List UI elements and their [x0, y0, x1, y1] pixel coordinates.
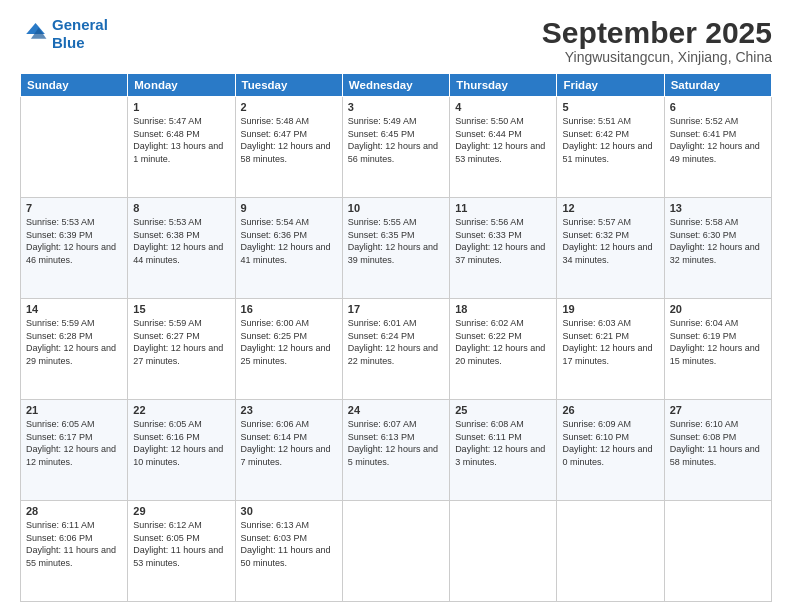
table-row: 9 Sunrise: 5:54 AMSunset: 6:36 PMDayligh… [235, 198, 342, 299]
col-sunday: Sunday [21, 74, 128, 97]
day-info: Sunrise: 6:01 AMSunset: 6:24 PMDaylight:… [348, 317, 444, 367]
table-row: 28 Sunrise: 6:11 AMSunset: 6:06 PMDaylig… [21, 501, 128, 602]
day-info: Sunrise: 5:53 AMSunset: 6:39 PMDaylight:… [26, 216, 122, 266]
day-number: 27 [670, 404, 766, 416]
day-info: Sunrise: 6:10 AMSunset: 6:08 PMDaylight:… [670, 418, 766, 468]
table-row: 19 Sunrise: 6:03 AMSunset: 6:21 PMDaylig… [557, 299, 664, 400]
day-info: Sunrise: 5:52 AMSunset: 6:41 PMDaylight:… [670, 115, 766, 165]
table-row: 26 Sunrise: 6:09 AMSunset: 6:10 PMDaylig… [557, 400, 664, 501]
table-row: 23 Sunrise: 6:06 AMSunset: 6:14 PMDaylig… [235, 400, 342, 501]
table-row: 13 Sunrise: 5:58 AMSunset: 6:30 PMDaylig… [664, 198, 771, 299]
table-row: 14 Sunrise: 5:59 AMSunset: 6:28 PMDaylig… [21, 299, 128, 400]
header: General Blue September 2025 Yingwusitang… [20, 16, 772, 65]
day-number: 14 [26, 303, 122, 315]
day-number: 1 [133, 101, 229, 113]
table-row: 22 Sunrise: 6:05 AMSunset: 6:16 PMDaylig… [128, 400, 235, 501]
table-row [450, 501, 557, 602]
day-info: Sunrise: 6:11 AMSunset: 6:06 PMDaylight:… [26, 519, 122, 569]
day-number: 12 [562, 202, 658, 214]
day-number: 10 [348, 202, 444, 214]
day-number: 3 [348, 101, 444, 113]
table-row: 27 Sunrise: 6:10 AMSunset: 6:08 PMDaylig… [664, 400, 771, 501]
day-number: 8 [133, 202, 229, 214]
table-row: 18 Sunrise: 6:02 AMSunset: 6:22 PMDaylig… [450, 299, 557, 400]
table-row: 15 Sunrise: 5:59 AMSunset: 6:27 PMDaylig… [128, 299, 235, 400]
day-info: Sunrise: 5:59 AMSunset: 6:28 PMDaylight:… [26, 317, 122, 367]
day-number: 29 [133, 505, 229, 517]
day-number: 11 [455, 202, 551, 214]
day-info: Sunrise: 5:56 AMSunset: 6:33 PMDaylight:… [455, 216, 551, 266]
col-wednesday: Wednesday [342, 74, 449, 97]
day-info: Sunrise: 6:02 AMSunset: 6:22 PMDaylight:… [455, 317, 551, 367]
col-thursday: Thursday [450, 74, 557, 97]
day-info: Sunrise: 6:09 AMSunset: 6:10 PMDaylight:… [562, 418, 658, 468]
day-number: 19 [562, 303, 658, 315]
table-row: 20 Sunrise: 6:04 AMSunset: 6:19 PMDaylig… [664, 299, 771, 400]
table-row: 8 Sunrise: 5:53 AMSunset: 6:38 PMDayligh… [128, 198, 235, 299]
col-saturday: Saturday [664, 74, 771, 97]
day-number: 30 [241, 505, 337, 517]
day-info: Sunrise: 5:58 AMSunset: 6:30 PMDaylight:… [670, 216, 766, 266]
table-row: 11 Sunrise: 5:56 AMSunset: 6:33 PMDaylig… [450, 198, 557, 299]
table-row: 12 Sunrise: 5:57 AMSunset: 6:32 PMDaylig… [557, 198, 664, 299]
calendar-table: Sunday Monday Tuesday Wednesday Thursday… [20, 73, 772, 602]
day-number: 16 [241, 303, 337, 315]
table-row: 30 Sunrise: 6:13 AMSunset: 6:03 PMDaylig… [235, 501, 342, 602]
table-row: 3 Sunrise: 5:49 AMSunset: 6:45 PMDayligh… [342, 97, 449, 198]
day-info: Sunrise: 5:55 AMSunset: 6:35 PMDaylight:… [348, 216, 444, 266]
month-title: September 2025 [542, 16, 772, 49]
table-row: 29 Sunrise: 6:12 AMSunset: 6:05 PMDaylig… [128, 501, 235, 602]
day-info: Sunrise: 5:47 AMSunset: 6:48 PMDaylight:… [133, 115, 229, 165]
day-info: Sunrise: 5:48 AMSunset: 6:47 PMDaylight:… [241, 115, 337, 165]
day-info: Sunrise: 6:08 AMSunset: 6:11 PMDaylight:… [455, 418, 551, 468]
day-number: 7 [26, 202, 122, 214]
col-monday: Monday [128, 74, 235, 97]
day-info: Sunrise: 5:53 AMSunset: 6:38 PMDaylight:… [133, 216, 229, 266]
col-friday: Friday [557, 74, 664, 97]
day-info: Sunrise: 6:04 AMSunset: 6:19 PMDaylight:… [670, 317, 766, 367]
day-number: 23 [241, 404, 337, 416]
table-row: 10 Sunrise: 5:55 AMSunset: 6:35 PMDaylig… [342, 198, 449, 299]
calendar-page: General Blue September 2025 Yingwusitang… [0, 0, 792, 612]
table-row: 5 Sunrise: 5:51 AMSunset: 6:42 PMDayligh… [557, 97, 664, 198]
logo-line1: General [52, 16, 108, 33]
logo: General Blue [20, 16, 108, 52]
table-row [342, 501, 449, 602]
logo-icon [20, 20, 48, 48]
day-number: 22 [133, 404, 229, 416]
day-info: Sunrise: 6:00 AMSunset: 6:25 PMDaylight:… [241, 317, 337, 367]
table-row: 6 Sunrise: 5:52 AMSunset: 6:41 PMDayligh… [664, 97, 771, 198]
day-info: Sunrise: 5:50 AMSunset: 6:44 PMDaylight:… [455, 115, 551, 165]
day-number: 15 [133, 303, 229, 315]
day-info: Sunrise: 6:05 AMSunset: 6:17 PMDaylight:… [26, 418, 122, 468]
table-row: 7 Sunrise: 5:53 AMSunset: 6:39 PMDayligh… [21, 198, 128, 299]
table-row: 25 Sunrise: 6:08 AMSunset: 6:11 PMDaylig… [450, 400, 557, 501]
day-number: 26 [562, 404, 658, 416]
day-number: 6 [670, 101, 766, 113]
header-row: Sunday Monday Tuesday Wednesday Thursday… [21, 74, 772, 97]
day-info: Sunrise: 6:13 AMSunset: 6:03 PMDaylight:… [241, 519, 337, 569]
day-info: Sunrise: 5:51 AMSunset: 6:42 PMDaylight:… [562, 115, 658, 165]
table-row: 1 Sunrise: 5:47 AMSunset: 6:48 PMDayligh… [128, 97, 235, 198]
table-row [21, 97, 128, 198]
location: Yingwusitangcun, Xinjiang, China [542, 49, 772, 65]
day-info: Sunrise: 6:03 AMSunset: 6:21 PMDaylight:… [562, 317, 658, 367]
day-number: 4 [455, 101, 551, 113]
day-info: Sunrise: 6:12 AMSunset: 6:05 PMDaylight:… [133, 519, 229, 569]
day-number: 21 [26, 404, 122, 416]
day-info: Sunrise: 6:06 AMSunset: 6:14 PMDaylight:… [241, 418, 337, 468]
day-number: 28 [26, 505, 122, 517]
day-info: Sunrise: 5:54 AMSunset: 6:36 PMDaylight:… [241, 216, 337, 266]
day-number: 18 [455, 303, 551, 315]
logo-text: General Blue [52, 16, 108, 52]
day-info: Sunrise: 5:59 AMSunset: 6:27 PMDaylight:… [133, 317, 229, 367]
day-info: Sunrise: 5:57 AMSunset: 6:32 PMDaylight:… [562, 216, 658, 266]
table-row: 21 Sunrise: 6:05 AMSunset: 6:17 PMDaylig… [21, 400, 128, 501]
day-number: 13 [670, 202, 766, 214]
day-number: 17 [348, 303, 444, 315]
table-row: 2 Sunrise: 5:48 AMSunset: 6:47 PMDayligh… [235, 97, 342, 198]
day-info: Sunrise: 6:05 AMSunset: 6:16 PMDaylight:… [133, 418, 229, 468]
day-number: 24 [348, 404, 444, 416]
table-row: 24 Sunrise: 6:07 AMSunset: 6:13 PMDaylig… [342, 400, 449, 501]
day-number: 20 [670, 303, 766, 315]
